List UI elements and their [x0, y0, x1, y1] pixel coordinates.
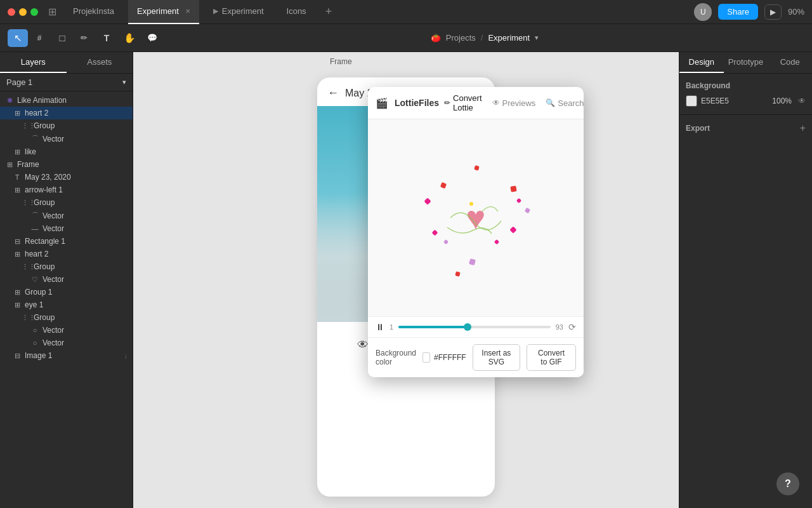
layer-item-vector2[interactable]: ⌒ Vector [0, 209, 133, 222]
lottie-timeline[interactable] [398, 326, 551, 328]
layer-label: Vector [43, 326, 64, 335]
layer-label: Vector [43, 211, 64, 220]
layer-item-vector3[interactable]: — Vector [0, 222, 133, 235]
layer-item-like[interactable]: ⊞ like [0, 145, 133, 158]
projects-label[interactable]: Projects [446, 33, 476, 43]
particle [455, 271, 461, 277]
zoom-level[interactable]: 90% [788, 7, 804, 17]
vector-icon: ○ [30, 326, 39, 334]
visibility-icon[interactable]: 👁 [798, 97, 806, 105]
layer-item-group1-item[interactable]: ⊞ Group 1 [0, 286, 133, 298]
frame-icon: ⊞ [13, 301, 22, 309]
add-tab-button[interactable]: + [320, 5, 337, 18]
experiment-label[interactable]: Experiment [488, 33, 530, 43]
tab-icons[interactable]: Icons [278, 0, 315, 24]
particle [525, 208, 531, 214]
layer-item-may23[interactable]: T May 23, 2020 [0, 171, 133, 184]
toolbar: ↖ # □ ✏ T ✋ 💬 🍅 Projects / Experiment ▾ [0, 24, 812, 52]
app-grid-icon[interactable]: ⊞ [48, 6, 56, 18]
lottie-frame-start: 1 [390, 323, 393, 331]
layer-item-heart2-top[interactable]: ⊞ heart 2 [0, 107, 133, 119]
lottie-dialog: 🎬 LottieFiles ✏ Convert Lottie 👁 Preview… [368, 87, 584, 377]
tab-experiment-active[interactable]: Experiment ✕ [128, 0, 199, 24]
breadcrumb: 🍅 Projects / Experiment ▾ [431, 33, 539, 43]
layer-label: Rectangle 1 [25, 237, 65, 246]
heart-animation: ♥ [387, 129, 565, 307]
vector-tool[interactable]: ✏ [74, 29, 94, 47]
layer-item-heart2[interactable]: ⊞ heart 2 [0, 248, 133, 260]
layer-item-vector4[interactable]: ♡ Vector [0, 273, 133, 286]
export-add-button[interactable]: + [800, 123, 806, 134]
avatar[interactable]: U [694, 3, 712, 21]
close-traffic-light[interactable] [8, 8, 15, 16]
lottie-progress-thumb[interactable] [464, 323, 471, 331]
layer-item-group3[interactable]: ⋮⋮ Group [0, 260, 133, 273]
left-sidebar: Layers Assets Page 1 ▾ ❋ Like Animation … [0, 52, 133, 508]
layer-item-group2[interactable]: ⋮⋮ Group [0, 196, 133, 209]
particle [509, 226, 516, 233]
layer-item-like-animation[interactable]: ❋ Like Animation [0, 94, 133, 107]
comment-tool[interactable]: 💬 [142, 29, 162, 47]
tool-group-select: ↖ # [8, 29, 49, 47]
layer-label: heart 2 [25, 250, 48, 258]
tab-search[interactable]: 🔍 Search [546, 98, 584, 108]
lottie-loop-button[interactable]: ⟳ [568, 322, 576, 332]
layer-item-image1[interactable]: ⊟ Image 1 ↓ [0, 349, 133, 362]
particle [494, 239, 499, 244]
layer-item-group4[interactable]: ⋮⋮ Group [0, 311, 133, 324]
convert-gif-button[interactable]: Convert to GIF [527, 344, 576, 371]
right-sidebar: Design Prototype Code Background E5E5E5 … [679, 52, 812, 508]
fullscreen-traffic-light[interactable] [30, 8, 38, 16]
minimize-traffic-light[interactable] [19, 8, 27, 16]
background-color-swatch[interactable] [422, 352, 430, 363]
background-color-section: Background color #FFFFFF [376, 349, 466, 366]
layer-item-vector6[interactable]: ○ Vector [0, 337, 133, 349]
lottie-pause-button[interactable]: ⏸ [376, 322, 384, 332]
tab-assets[interactable]: Assets [67, 52, 133, 73]
background-opacity: 100% [772, 97, 792, 105]
select-tool[interactable]: ↖ [8, 29, 28, 47]
titlebar-right: U Share ▶ 90% [694, 3, 804, 21]
rectangle-tool[interactable]: □ [52, 29, 72, 47]
tab-prototype[interactable]: Prototype [724, 52, 768, 73]
frame-icon: ⊞ [13, 148, 22, 156]
tab-layers[interactable]: Layers [0, 52, 67, 73]
tab-close-icon[interactable]: ✕ [185, 8, 190, 15]
layer-item-rect1[interactable]: ⊟ Rectangle 1 [0, 235, 133, 248]
search-icon: 🔍 [546, 98, 555, 107]
layer-item-vector5[interactable]: ○ Vector [0, 324, 133, 337]
canvas: Frame ← May 23, 2020 [133, 52, 679, 508]
vector-icon: ♡ [30, 276, 39, 284]
back-arrow-icon[interactable]: ← [327, 86, 339, 100]
background-section: Background E5E5E5 100% 👁 [679, 74, 812, 115]
insert-svg-button[interactable]: Insert as SVG [473, 344, 520, 371]
text-tool[interactable]: T [96, 29, 117, 47]
layer-item-frame[interactable]: ⊞ Frame [0, 158, 133, 171]
main-layout: Layers Assets Page 1 ▾ ❋ Like Animation … [0, 52, 812, 508]
layer-label: Vector [43, 224, 64, 233]
tab-code[interactable]: Code [768, 52, 812, 73]
lottie-frame-end: 93 [556, 323, 563, 331]
tab-design[interactable]: Design [679, 52, 724, 73]
share-button[interactable]: Share [718, 4, 758, 20]
layer-label: Group [34, 313, 55, 322]
background-swatch[interactable] [686, 95, 697, 107]
layer-label: May 23, 2020 [25, 173, 71, 182]
layer-label: Like Animation [17, 96, 67, 105]
help-button[interactable]: ? [776, 472, 799, 495]
layer-item-eye1[interactable]: ⊞ eye 1 [0, 298, 133, 311]
background-title: Background [686, 81, 806, 90]
tab-experiment-preview[interactable]: ▶ Experiment [204, 0, 273, 24]
hand-tool[interactable]: ✋ [119, 29, 140, 47]
frame-tool[interactable]: # [29, 29, 49, 47]
tab-previews[interactable]: 👁 Previews [492, 98, 536, 108]
tab-convert-lottie[interactable]: ✏ Convert Lottie [444, 93, 482, 112]
play-button[interactable]: ▶ [764, 4, 782, 20]
layer-item-arrow-left[interactable]: ⊞ arrow-left 1 [0, 184, 133, 196]
layer-item-group1[interactable]: ⋮⋮ Group [0, 119, 133, 132]
layer-item-vector1[interactable]: ⌒ Vector [0, 132, 133, 145]
tab-projekinsta[interactable]: ProjekInsta [64, 0, 123, 24]
titlebar: ⊞ ProjekInsta Experiment ✕ ▶ Experiment … [0, 0, 812, 24]
page-chevron-icon: ▾ [122, 78, 126, 86]
page-selector[interactable]: Page 1 ▾ [0, 74, 133, 91]
